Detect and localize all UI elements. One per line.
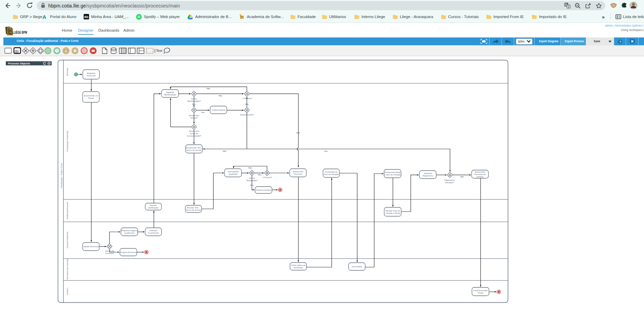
svg-text:e auto de Infração: e auto de Infração: [384, 174, 401, 176]
svg-text:Processo: Processo: [294, 173, 303, 175]
svg-text:Sim: Sim: [324, 150, 328, 152]
svg-text:Fiscal: Fiscal: [88, 97, 94, 99]
svg-text:Não: Não: [245, 103, 249, 105]
svg-text:Contribuinte: Contribuinte: [148, 232, 159, 234]
svg-text:Encaminha: Encaminha: [293, 171, 303, 173]
svg-text:efetuado?: efetuado?: [445, 181, 454, 184]
svg-text:termo de acordo: termo de acordo: [187, 149, 202, 151]
svg-text:Não: Não: [218, 95, 222, 97]
svg-text:Aguarda: Aguarda: [424, 172, 432, 174]
svg-text:Notificado: Notificado: [294, 267, 303, 269]
svg-text:Notificar: Notificar: [150, 230, 157, 232]
svg-text:Confecção do: Confecção do: [325, 171, 338, 173]
svg-text:Registra Imagens: Registra Imagens: [121, 230, 137, 232]
svg-text:Defesa Aceita?: Defesa Aceita?: [240, 114, 254, 116]
svg-text:Não: Não: [248, 167, 252, 169]
svg-text:Recebe: Recebe: [150, 204, 157, 206]
svg-text:Encaminhar um: Encaminhar um: [84, 95, 98, 97]
svg-text:Processo ao: Processo ao: [474, 173, 486, 175]
svg-text:Recebe TAC -: Recebe TAC -: [187, 207, 200, 209]
svg-text:Sim: Sim: [250, 184, 253, 186]
svg-text:Termo de Acordo: Termo de Acordo: [186, 209, 201, 211]
svg-text:Analisa Defesa: Analisa Defesa: [211, 109, 225, 111]
svg-text:Fiscal: Fiscal: [478, 292, 483, 294]
svg-text:Validar Denuncia: Validar Denuncia: [83, 246, 99, 248]
svg-text:Recebe Auto de: Recebe Auto de: [386, 210, 400, 212]
svg-text:Notificado/Autuado: Notificado/Autuado: [66, 202, 68, 219]
svg-text:Guarda Ambiental: Guarda Ambiental: [66, 232, 68, 248]
svg-text:Denuncia: Denuncia: [87, 75, 96, 77]
svg-text:Notificação: Notificação: [148, 207, 158, 209]
svg-text:Fiscalização Ambiental: Fiscalização Ambiental: [66, 131, 68, 152]
svg-text:Pagamento: Pagamento: [444, 179, 455, 181]
svg-text:Juridico: Juridico: [476, 176, 484, 178]
svg-text:Sim: Sim: [192, 103, 196, 105]
svg-text:Denuncia: Denuncia: [105, 250, 114, 252]
svg-text:Encaminhar TAC -: Encaminhar TAC -: [186, 147, 202, 149]
svg-text:Manifestação: Manifestação: [164, 94, 176, 96]
svg-text:Houve: Houve: [249, 177, 255, 179]
svg-text:SIM: SIM: [296, 132, 300, 134]
svg-text:Jurídico: Jurídico: [66, 287, 68, 295]
svg-text:Arquiva processo: Arquiva processo: [256, 189, 272, 191]
svg-text:Encaminha Multa: Encaminha Multa: [385, 171, 401, 173]
svg-text:Houve: Houve: [191, 98, 197, 100]
svg-text:prova de: prova de: [190, 132, 198, 135]
svg-text:>=2 anos?: >=2 anos?: [262, 176, 272, 178]
svg-text:SIM: SIM: [223, 150, 226, 152]
svg-text:Infração e Multa: Infração e Multa: [385, 212, 400, 214]
svg-text:Apresentou: Apresentou: [189, 130, 199, 132]
svg-text:Acompanha: Acompanha: [227, 171, 239, 173]
svg-text:Não: Não: [257, 174, 261, 176]
svg-text:Fiscalização - Poda e Corte: Fiscalização - Poda e Corte: [61, 163, 63, 188]
svg-text:Auto de Infração: Auto de Infração: [324, 173, 339, 175]
svg-text:Pagamento: Pagamento: [423, 175, 433, 177]
svg-text:Registrar: Registrar: [87, 72, 95, 74]
svg-text:(evidencia): (evidencia): [124, 232, 134, 234]
svg-text:>=20 dias?: >=20 dias?: [242, 97, 252, 99]
svg-text:Procede?: Procede?: [105, 252, 114, 254]
svg-text:Secretaria da Fazenda: Secretaria da Fazenda: [66, 259, 68, 280]
svg-text:Municipe: Municipe: [66, 67, 68, 76]
svg-text:Inicia Execução: Inicia Execução: [473, 289, 488, 291]
svg-text:Encaminha: Encaminha: [475, 171, 486, 173]
svg-text:defesa?: defesa?: [190, 117, 198, 119]
svg-text:Aguarda: Aguarda: [166, 91, 174, 93]
svg-text:reparação: reparação: [228, 173, 238, 175]
svg-text:Não: Não: [460, 176, 464, 178]
svg-text:Apresentou: Apresentou: [189, 114, 199, 116]
svg-text:Não: Não: [206, 88, 210, 90]
svg-text:Reparação?: Reparação?: [247, 179, 258, 181]
svg-text:Colhe dados do: Colhe dados do: [291, 264, 306, 266]
svg-text:Compensação?: Compensação?: [187, 135, 201, 137]
svg-text:Finaliza Denuncia: Finaliza Denuncia: [120, 251, 137, 253]
svg-text:Gera Multa: Gera Multa: [352, 266, 362, 268]
svg-text:Sim: Sim: [201, 111, 205, 113]
svg-text:Manifestação?: Manifestação?: [187, 100, 201, 102]
